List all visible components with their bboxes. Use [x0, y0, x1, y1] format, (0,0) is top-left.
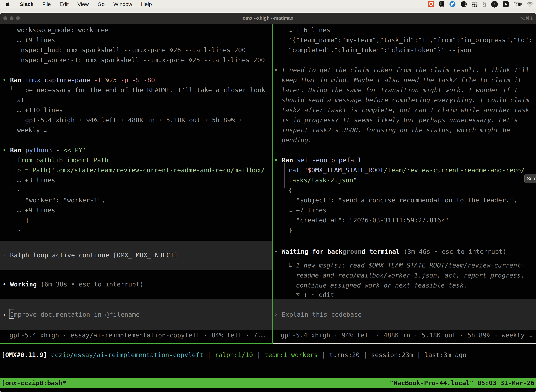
terminal-line: inspect_hud: omx sparkshell --tmux-pane …: [17, 45, 246, 55]
terminal-line: "completed","claim_token":"claim-token"}…: [288, 45, 471, 55]
terminal-line: … +3 lines: [17, 175, 55, 185]
terminal-line: }: [17, 225, 21, 235]
terminal-line: readme-and-reco/mailbox/worker-1.json, a…: [296, 270, 525, 280]
terminal-line: "subject": "send a concise recommendatio…: [296, 195, 517, 205]
app-grid-icon[interactable]: [472, 1, 478, 7]
terminal-line: p = Path('.omx/state/team/review-current…: [17, 165, 265, 175]
terminal-line: • Ran python3 - <<'PY': [2, 145, 86, 155]
tree-connector: [12, 153, 12, 188]
terminal-line: be necessary for the end of the README. …: [25, 85, 265, 95]
tmux-session-label: [omx-cczip0:bash*: [1, 379, 66, 387]
terminal-line: {: [288, 185, 292, 195]
terminal-line: is in progress? It seems likely but perh…: [282, 115, 518, 125]
terminal-line: … +9 lines: [17, 205, 55, 215]
composer-placeholder-right[interactable]: › Explain this codebase: [274, 309, 362, 319]
terminal-line: └: [10, 85, 13, 95]
meter-badge-icon[interactable]: ..61: [491, 1, 498, 8]
omx-status-line: [OMX#0.11.9] cczip/essay/ai-reimplementa…: [1, 350, 466, 360]
pane-divider[interactable]: [272, 24, 273, 344]
terminal-line: keep that in mind. Maybe I also need the…: [282, 75, 522, 85]
screen: SlackFileEditViewGoWindowHelp § ..61 A: [0, 0, 536, 392]
right-pane-border: [273, 343, 536, 344]
left-pane-border: [0, 343, 272, 344]
menu-bar: SlackFileEditViewGoWindowHelp § ..61 A: [0, 0, 536, 9]
squiggle-icon[interactable]: §: [483, 1, 486, 7]
terminal-line: task2 after task1 is complete, but can I…: [282, 105, 529, 115]
tmux-host-clock: "MacBook-Pro-44.local" 05:03 31-Mar-26: [390, 379, 535, 387]
menu-bar-status-icons: § ..61 A: [428, 1, 536, 8]
menu-item-edit[interactable]: Edit: [60, 1, 69, 7]
terminal-line: … +9 lines: [17, 35, 55, 45]
terminal-line: "created_at": "2026-03-31T11:59:27.816Z": [296, 215, 449, 225]
terminal-line: at: [17, 95, 25, 105]
menu-item-window[interactable]: Window: [113, 1, 132, 7]
apple-logo-icon[interactable]: [5, 2, 10, 7]
terminal-line: • Ran set -euo pipefail: [274, 155, 362, 165]
terminal-line: inspect_worker-1: omx sparkshell --tmux-…: [17, 55, 265, 65]
terminal-line: {: [17, 185, 21, 195]
terminal-line: workspace_mode: worktree: [17, 25, 109, 35]
session-footer-right: gpt-5.4 xhigh · 94% left · 488K in · 5.1…: [281, 330, 532, 340]
menu-item-go[interactable]: Go: [98, 1, 105, 7]
session-footer-left: gpt-5.4 xhigh · essay/ai-reimplementatio…: [10, 330, 265, 340]
composer-placeholder-left[interactable]: › Improve documentation in @filename: [2, 309, 140, 319]
crescent-icon[interactable]: [460, 1, 467, 7]
terminal-line: weekly …: [17, 125, 48, 135]
terminal-line: cat "$OMX_TEAM_STATE_ROOT/team/review-cu…: [288, 165, 525, 175]
terminal-line: should send a message before completing …: [282, 95, 529, 105]
text-cursor: [9, 309, 14, 319]
terminal-line: ↳ 1 new msg(s): read $OMX_TEAM_STATE_ROO…: [288, 260, 525, 270]
input-source-icon[interactable]: A: [503, 1, 509, 7]
terminal-line: gpt-5.4 xhigh · 94% left · 488K in · 5.1…: [25, 115, 242, 125]
tree-connector: [12, 187, 15, 188]
tmux-status-bar: [omx-cczip0:bash* "MacBook-Pro-44.local"…: [0, 378, 536, 388]
tree-connector: [284, 163, 285, 188]
menu-item-slack[interactable]: Slack: [20, 1, 34, 7]
waiting-status-line: • Waiting for background terminal (3m 46…: [274, 247, 507, 257]
terminal-line: … +7 lines: [288, 205, 326, 215]
terminal-line: • Ran tmux capture-pane -t %25 -p -S -80: [2, 75, 155, 85]
terminal-line: • I need to get the claim token from the…: [274, 65, 529, 75]
menu-item-view[interactable]: View: [77, 1, 89, 7]
network-bolt-icon[interactable]: [449, 1, 456, 7]
terminal-line: continue assigned work or next feasible …: [296, 280, 467, 290]
menu-items: SlackFileEditViewGoWindowHelp: [20, 1, 152, 7]
edit-hint-line: ⌥ + ↑ edit: [296, 290, 334, 300]
terminal-line: "worker": "worker-1",: [25, 195, 105, 205]
terminal-line: inspect task2's JSON, focusing on the st…: [282, 125, 510, 135]
working-status-line: • Working (6m 38s • esc to interrupt): [2, 279, 144, 289]
tree-connector: [284, 187, 287, 188]
shield-grid-icon[interactable]: [439, 1, 444, 8]
menu-item-file[interactable]: File: [42, 1, 51, 7]
terminal-line: ]: [25, 215, 29, 225]
ralph-loop-line: › Ralph loop active continue [OMX_TMUX_I…: [2, 250, 178, 260]
terminal-line: … +16 lines: [288, 25, 330, 35]
window-title: omx --xhigh --madmax: [0, 13, 536, 24]
terminal-line: tasks/task-2.json": [288, 175, 357, 185]
terminal-line: }: [288, 225, 292, 235]
terminal-line: from pathlib import Path: [17, 155, 109, 165]
terminal-line: later. Using the same for transition mig…: [282, 85, 518, 95]
battery-charging-icon[interactable]: [514, 2, 522, 6]
window-shortcut-hint: ⌥⌘1: [519, 13, 533, 24]
chat-badge-icon[interactable]: [428, 1, 434, 7]
menu-item-help[interactable]: Help: [141, 1, 152, 7]
terminal-line: … +110 lines: [17, 105, 63, 115]
terminal-line: '{"team_name":"my-team","task_id":"1","f…: [288, 35, 532, 45]
screen-tooltip: Scre: [524, 174, 536, 183]
terminal-line: pending.: [282, 135, 312, 145]
wifi-icon[interactable]: [527, 2, 533, 7]
